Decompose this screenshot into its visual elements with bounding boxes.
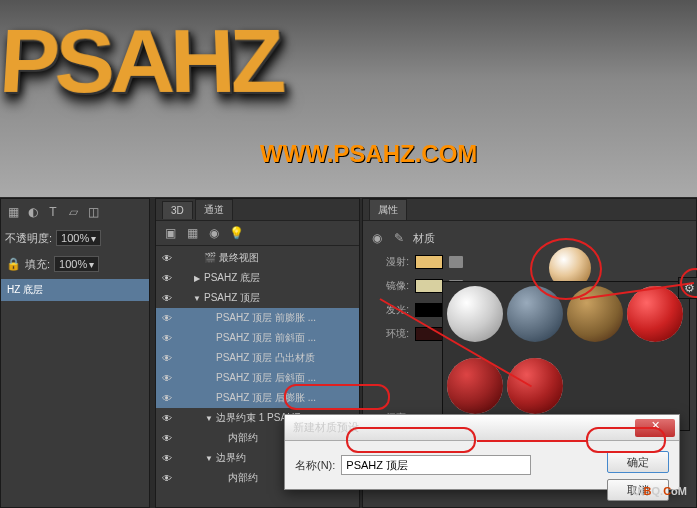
tree-row[interactable]: 👁▼ PSAHZ 顶层 (156, 288, 359, 308)
props-header: 属性 (363, 199, 696, 221)
visibility-eye-icon[interactable]: 👁 (160, 413, 174, 424)
ambient-label: 环境: (369, 327, 409, 341)
opacity-label: 不透明度: (5, 231, 52, 246)
tree-item-label: 🎬 最终视图 (204, 251, 259, 265)
tab-3d[interactable]: 3D (162, 201, 193, 219)
tree-row[interactable]: 👁 PSAHZ 顶层 后膨胀 ... (156, 388, 359, 408)
lock-icon[interactable]: 🔒 (5, 256, 21, 272)
opacity-dropdown[interactable]: 100% ▾ (56, 230, 101, 246)
twisty-icon[interactable]: ▶ (192, 274, 202, 283)
emit-swatch[interactable] (415, 303, 443, 317)
tree-item-label: PSAHZ 顶层 前斜面 ... (216, 331, 316, 345)
name-field-label: 名称(N): (295, 458, 335, 473)
visibility-eye-icon[interactable]: 👁 (160, 433, 174, 444)
material-ball-icon[interactable]: ◉ (369, 230, 385, 246)
3d-filter-toolbar: ▣ ▦ ◉ 💡 (156, 221, 359, 246)
url-overlay: WWW.PSAHZ.COM (260, 140, 477, 168)
layers-panel: ▦ ◐ T ▱ ◫ 不透明度: 100% ▾ 🔒 填充: 100% ▾ HZ 底… (0, 198, 150, 508)
3d-text-logo: PSAHZ (0, 12, 283, 113)
tree-item-label: PSAHZ 顶层 后斜面 ... (216, 371, 316, 385)
diffuse-texture-icon[interactable] (449, 256, 463, 268)
preset-name-input[interactable] (341, 455, 531, 475)
preset-red1[interactable] (627, 286, 683, 342)
tree-item-label: PSAHZ 顶层 前膨胀 ... (216, 311, 316, 325)
diffuse-label: 漫射: (369, 255, 409, 269)
fill-label: 填充: (25, 257, 50, 272)
opacity-row: 不透明度: 100% ▾ (1, 225, 149, 251)
tool-row: ▦ ◐ T ▱ ◫ (1, 199, 149, 225)
visibility-eye-icon[interactable]: 👁 (160, 453, 174, 464)
fill-dropdown[interactable]: 100% ▾ (54, 256, 99, 272)
tree-row[interactable]: 👁 PSAHZ 顶层 后斜面 ... (156, 368, 359, 388)
shape-icon[interactable]: ▱ (65, 204, 81, 220)
twisty-icon[interactable]: ▼ (204, 414, 214, 423)
tree-row[interactable]: 👁 PSAHZ 顶层 前斜面 ... (156, 328, 359, 348)
twisty-icon[interactable]: ▼ (192, 294, 202, 303)
preset-red3[interactable] (507, 358, 563, 414)
scene-icon[interactable]: ▣ (162, 225, 178, 241)
image-icon[interactable]: ▦ (5, 204, 21, 220)
tree-item-label: PSAHZ 顶层 (204, 291, 260, 305)
twisty-icon[interactable]: ▼ (204, 454, 214, 463)
canvas-viewport: PSAHZ WWW.PSAHZ.COM (0, 0, 697, 197)
preset-white[interactable] (447, 286, 503, 342)
watermark: UiBQ.CoM (633, 479, 687, 500)
tab-properties[interactable]: 属性 (369, 199, 407, 220)
visibility-eye-icon[interactable]: 👁 (160, 293, 174, 304)
visibility-eye-icon[interactable]: 👁 (160, 333, 174, 344)
specular-label: 镜像: (369, 279, 409, 293)
tree-item-label: PSAHZ 顶层 后膨胀 ... (216, 391, 316, 405)
tree-item-label: 内部约 (228, 471, 258, 485)
tree-item-label: 边界约 (216, 451, 246, 465)
fill-row: 🔒 填充: 100% ▾ (1, 251, 149, 277)
3d-panel-header: 3D 通道 (156, 199, 359, 221)
adjust-icon[interactable]: ◐ (25, 204, 41, 220)
visibility-eye-icon[interactable]: 👁 (160, 273, 174, 284)
tree-row[interactable]: 👁▶ PSAHZ 底层 (156, 268, 359, 288)
visibility-eye-icon[interactable]: 👁 (160, 373, 174, 384)
tree-item-label: PSAHZ 底层 (204, 271, 260, 285)
mesh-icon[interactable]: ▦ (184, 225, 200, 241)
visibility-eye-icon[interactable]: 👁 (160, 313, 174, 324)
specular-swatch[interactable] (415, 279, 443, 293)
preset-blue[interactable] (507, 286, 563, 342)
dialog-title-text: 新建材质预设 (293, 420, 359, 435)
tree-row[interactable]: 👁 PSAHZ 顶层 凸出材质 (156, 348, 359, 368)
visibility-eye-icon[interactable]: 👁 (160, 253, 174, 264)
visibility-eye-icon[interactable]: 👁 (160, 393, 174, 404)
tree-row[interactable]: 👁 PSAHZ 顶层 前膨胀 ... (156, 308, 359, 328)
layer-row[interactable]: HZ 底层 (1, 279, 149, 301)
material-tab-label: 材质 (413, 231, 435, 246)
visibility-eye-icon[interactable]: 👁 (160, 473, 174, 484)
type-icon[interactable]: T (45, 204, 61, 220)
tree-row[interactable]: 👁🎬 最终视图 (156, 248, 359, 268)
preset-menu-gear-icon[interactable]: ⚙ (678, 277, 697, 299)
tree-item-label: 内部约 (228, 431, 258, 445)
dialog-close-button[interactable]: ✕ (635, 419, 675, 437)
tab-channels[interactable]: 通道 (195, 199, 233, 220)
annotation-line (477, 440, 587, 442)
dialog-titlebar: 新建材质预设 ✕ (285, 415, 679, 441)
ok-button[interactable]: 确定 (607, 451, 669, 473)
new-preset-dialog: 新建材质预设 ✕ 名称(N): 确定 取消 (284, 414, 680, 490)
tree-item-label: PSAHZ 顶层 凸出材质 (216, 351, 315, 365)
smart-icon[interactable]: ◫ (85, 204, 101, 220)
brush-icon[interactable]: ✎ (391, 230, 407, 246)
material-type-row: ◉ ✎ 材质 (369, 227, 690, 249)
diffuse-swatch[interactable] (415, 255, 443, 269)
light-icon[interactable]: 💡 (228, 225, 244, 241)
visibility-eye-icon[interactable]: 👁 (160, 353, 174, 364)
material-icon[interactable]: ◉ (206, 225, 222, 241)
